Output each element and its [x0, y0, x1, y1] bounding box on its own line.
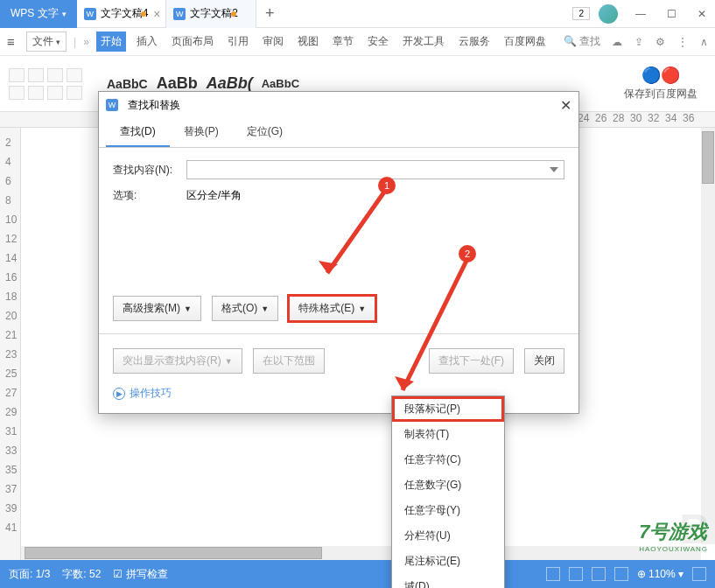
in-range-button[interactable]: 在以下范围 — [253, 348, 325, 374]
status-bar: 页面: 1/3 字数: 52 ☑ 拼写检查 ⊕ 110% ▾ — [0, 560, 715, 588]
callout-badge-2: 2 — [459, 245, 476, 262]
baidu-cloud-icon: 🔵🔴 — [641, 66, 680, 85]
settings-icon[interactable]: ⚙ — [655, 36, 665, 48]
options-value: 区分全/半角 — [186, 188, 242, 203]
style-preview[interactable]: AaBbC — [262, 77, 299, 90]
special-format-dropdown: 段落标记(P) 制表符(T) 任意字符(C) 任意数字(G) 任意字母(Y) 分… — [391, 396, 505, 588]
dd-tab-char[interactable]: 制表符(T) — [392, 422, 504, 447]
arrow-2 — [392, 254, 480, 402]
find-input[interactable] — [186, 160, 564, 179]
ruler-vertical[interactable]: 24681012141618202123252729313335373941 — [0, 128, 21, 560]
tab-goto[interactable]: 定位(G) — [233, 118, 297, 147]
arrow-1 — [315, 184, 394, 289]
baidu-save-button[interactable]: 🔵🔴 保存到百度网盘 — [624, 66, 697, 102]
advanced-search-button[interactable]: 高级搜索(M)▼ — [113, 296, 201, 321]
close-icon[interactable]: × — [153, 7, 160, 21]
page-status[interactable]: 页面: 1/3 — [9, 567, 50, 582]
unsaved-dot-icon — [141, 11, 146, 17]
tab-replace[interactable]: 替换(P) — [170, 118, 233, 147]
window-badge[interactable]: 2 — [572, 7, 590, 20]
maximize-button[interactable]: ☐ — [658, 8, 685, 20]
dd-column-break[interactable]: 分栏符(U) — [392, 523, 504, 549]
dd-any-digit[interactable]: 任意数字(G) — [392, 472, 504, 498]
play-icon: ▶ — [113, 388, 125, 400]
dialog-tabs: 查找(D) 替换(P) 定位(G) — [99, 118, 578, 148]
search-link[interactable]: 🔍 查找 — [564, 34, 600, 49]
highlight-results-button[interactable]: 突出显示查找内容(R)▼ — [113, 348, 242, 374]
options-label: 选项: — [113, 188, 179, 203]
menu-bar: 文件▾ | » 开始 插入 页面布局 引用 审阅 视图 章节 安全 开发工具 云… — [0, 28, 715, 56]
dd-field[interactable]: 域(D) — [392, 574, 504, 588]
minimize-button[interactable]: — — [627, 8, 655, 20]
menu-cloud[interactable]: 云服务 — [455, 32, 494, 51]
format-button[interactable]: 格式(O)▼ — [212, 296, 278, 321]
expand-icon[interactable]: ∧ — [700, 36, 708, 48]
zoom-value[interactable]: ⊕ 110% ▾ — [637, 568, 683, 580]
word-icon: W — [106, 99, 118, 111]
align-right-icon[interactable] — [47, 86, 63, 100]
share-icon[interactable]: ⇪ — [634, 36, 643, 48]
view-read-icon[interactable] — [614, 567, 628, 581]
menu-insert[interactable]: 插入 — [133, 32, 161, 51]
menu-reference[interactable]: 引用 — [224, 32, 252, 51]
align-center-icon[interactable] — [28, 86, 44, 100]
dialog-title: 查找和替换 — [128, 98, 180, 113]
hamburger-icon[interactable] — [7, 34, 19, 49]
dialog-titlebar[interactable]: W 查找和替换 ✕ — [99, 92, 578, 118]
close-button[interactable]: 关闭 — [524, 348, 564, 374]
callout-badge-1: 1 — [378, 177, 396, 194]
menu-security[interactable]: 安全 — [364, 32, 392, 51]
word-count[interactable]: 字数: 52 — [62, 567, 101, 582]
style-preview[interactable]: AaBb( — [207, 74, 253, 93]
close-window-button[interactable]: ✕ — [689, 8, 715, 20]
dd-any-char[interactable]: 任意字符(C) — [392, 447, 504, 472]
menu-baidu[interactable]: 百度网盘 — [501, 32, 550, 51]
close-dialog-button[interactable]: ✕ — [560, 97, 571, 114]
cloud-icon[interactable]: ☁ — [612, 36, 622, 48]
menu-devtools[interactable]: 开发工具 — [399, 32, 448, 51]
avatar[interactable] — [599, 4, 618, 24]
file-menu[interactable]: 文件▾ — [26, 32, 67, 52]
word-icon: W — [173, 8, 186, 20]
scrollbar-vertical[interactable] — [701, 128, 715, 544]
menu-view[interactable]: 视图 — [294, 32, 322, 51]
border-icon[interactable] — [67, 86, 82, 100]
dd-any-letter[interactable]: 任意字母(Y) — [392, 498, 504, 523]
menu-start[interactable]: 开始 — [96, 32, 126, 52]
svg-marker-3 — [395, 376, 414, 390]
indent-right-icon[interactable] — [28, 68, 44, 82]
more-icon[interactable]: ⋮ — [677, 36, 688, 48]
spellcheck-toggle[interactable]: ☑ 拼写检查 — [113, 567, 167, 582]
doc-tab-2[interactable]: W 文字文稿2 — [166, 0, 256, 28]
menu-chapter[interactable]: 章节 — [329, 32, 357, 51]
word-icon: W — [84, 8, 96, 20]
indent-left-icon[interactable] — [9, 68, 25, 82]
style-preview[interactable]: AaBbC — [107, 77, 148, 91]
menu-review[interactable]: 审阅 — [259, 32, 287, 51]
svg-line-0 — [327, 191, 385, 273]
align-left-icon[interactable] — [9, 86, 25, 100]
doc-tab-1[interactable]: W 文字文稿4 × — [77, 0, 167, 28]
svg-line-2 — [403, 259, 467, 390]
fullscreen-icon[interactable] — [692, 567, 706, 581]
find-label: 查找内容(N): — [113, 163, 179, 178]
sort-icon[interactable] — [67, 68, 82, 82]
watermark: 7号游戏 HAOYOUXIWANG — [639, 519, 708, 553]
spacing-icon[interactable] — [47, 68, 63, 82]
special-format-button[interactable]: 特殊格式(E)▼ — [289, 296, 375, 321]
add-tab-button[interactable]: + — [256, 4, 284, 23]
scrollbar-horizontal[interactable] — [21, 546, 701, 560]
unsaved-dot-icon — [231, 11, 236, 17]
title-bar: WPS 文字▾ W 文字文稿4 × W 文字文稿2 + 2 — ☐ ✕ — [0, 0, 715, 28]
view-outline-icon[interactable] — [569, 567, 583, 581]
view-print-icon[interactable] — [546, 567, 560, 581]
dd-endnote[interactable]: 尾注标记(E) — [392, 549, 504, 574]
menu-layout[interactable]: 页面布局 — [168, 32, 217, 51]
view-web-icon[interactable] — [592, 567, 606, 581]
tab-find[interactable]: 查找(D) — [106, 118, 170, 147]
style-preview[interactable]: AaBb — [157, 74, 198, 93]
app-button[interactable]: WPS 文字▾ — [0, 0, 77, 28]
